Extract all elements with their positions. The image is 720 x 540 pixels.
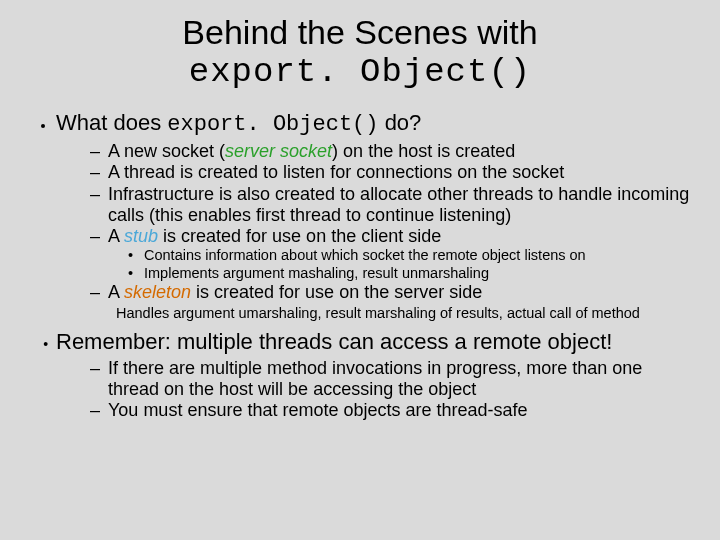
s1c: ) on the host is created — [332, 141, 515, 161]
step-infra: Infrastructure is also created to alloca… — [90, 184, 690, 226]
s5c: is created for use on the server side — [191, 282, 482, 302]
s4b: stub — [124, 226, 158, 246]
question-post: do? — [379, 110, 422, 135]
stub-details: Contains information about which socket … — [108, 247, 690, 282]
step-socket: A new socket (server socket) on the host… — [90, 141, 690, 162]
remember-item: Remember: multiple threads can access a … — [56, 329, 690, 422]
step-stub: A stub is created for use on the client … — [90, 226, 690, 282]
content-list: What does export. Object() do? A new soc… — [30, 110, 690, 422]
steps-list: A new socket (server socket) on the host… — [56, 141, 690, 303]
s5b: skeleton — [124, 282, 191, 302]
title-code: export. Object() — [189, 53, 531, 91]
s4a: A — [108, 226, 124, 246]
question-pre: What does — [56, 110, 167, 135]
stub-detail-2: Implements argument mashaling, result un… — [128, 265, 690, 282]
slide: Behind the Scenes with export. Object() … — [0, 0, 720, 540]
step-thread: A thread is created to listen for connec… — [90, 162, 690, 183]
question-code: export. Object() — [167, 112, 378, 137]
remember-1: If there are multiple method invocations… — [90, 358, 690, 400]
s4c: is created for use on the client side — [158, 226, 441, 246]
s1b: server socket — [225, 141, 332, 161]
stub-detail-1: Contains information about which socket … — [128, 247, 690, 264]
s5a: A — [108, 282, 124, 302]
s1a: A new socket ( — [108, 141, 225, 161]
remember-2: You must ensure that remote objects are … — [90, 400, 690, 421]
question-item: What does export. Object() do? A new soc… — [56, 110, 690, 323]
remember-head: Remember: multiple threads can access a … — [56, 329, 612, 354]
step-skeleton: A skeleton is created for use on the ser… — [90, 282, 690, 303]
slide-title: Behind the Scenes with export. Object() — [30, 14, 690, 92]
remember-list: If there are multiple method invocations… — [56, 358, 690, 422]
skeleton-note: Handles argument umarshaling, result mar… — [116, 305, 690, 322]
title-line1: Behind the Scenes with — [182, 13, 537, 51]
